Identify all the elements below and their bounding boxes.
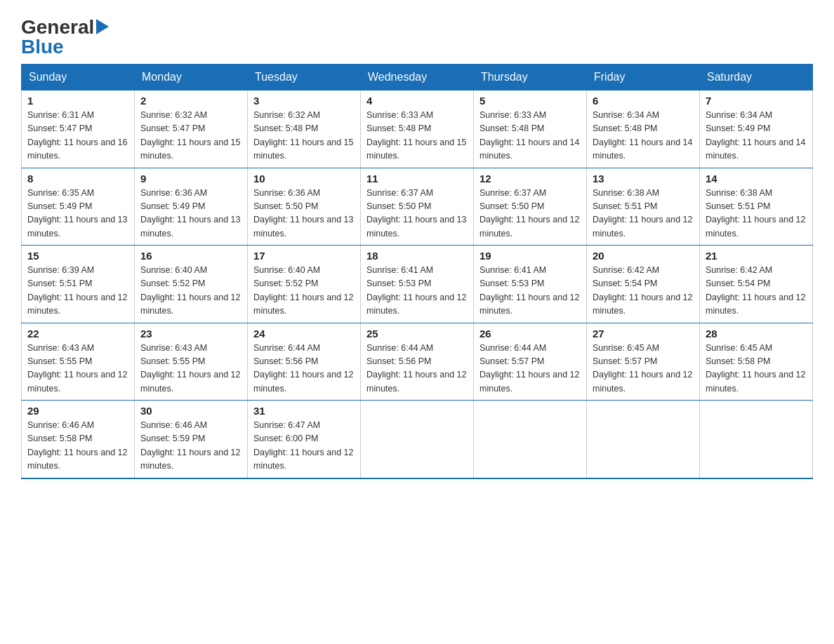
day-cell: 1 Sunrise: 6:31 AMSunset: 5:47 PMDayligh…: [22, 90, 135, 168]
day-info: Sunrise: 6:40 AMSunset: 5:52 PMDaylight:…: [253, 265, 353, 316]
day-number: 14: [706, 173, 807, 185]
day-info: Sunrise: 6:35 AMSunset: 5:49 PMDaylight:…: [27, 188, 127, 239]
day-info: Sunrise: 6:43 AMSunset: 5:55 PMDaylight:…: [27, 343, 127, 394]
day-cell: 14 Sunrise: 6:38 AMSunset: 5:51 PMDaylig…: [700, 168, 813, 246]
day-number: 25: [366, 328, 468, 340]
day-cell: 4 Sunrise: 6:33 AMSunset: 5:48 PMDayligh…: [361, 90, 474, 168]
header-wednesday: Wednesday: [361, 65, 474, 90]
day-number: 21: [706, 250, 807, 262]
day-number: 28: [706, 328, 807, 340]
day-cell: 23 Sunrise: 6:43 AMSunset: 5:55 PMDaylig…: [135, 323, 248, 401]
day-cell: 8 Sunrise: 6:35 AMSunset: 5:49 PMDayligh…: [22, 168, 135, 246]
week-row-4: 22 Sunrise: 6:43 AMSunset: 5:55 PMDaylig…: [22, 323, 813, 401]
day-cell: 20 Sunrise: 6:42 AMSunset: 5:54 PMDaylig…: [587, 246, 700, 323]
day-number: 15: [27, 250, 128, 262]
day-info: Sunrise: 6:40 AMSunset: 5:52 PMDaylight:…: [140, 265, 240, 316]
logo-general-text: General: [21, 18, 94, 37]
day-number: 17: [253, 250, 355, 262]
day-info: Sunrise: 6:41 AMSunset: 5:53 PMDaylight:…: [479, 265, 579, 316]
day-info: Sunrise: 6:41 AMSunset: 5:53 PMDaylight:…: [366, 265, 466, 316]
day-cell: 5 Sunrise: 6:33 AMSunset: 5:48 PMDayligh…: [474, 90, 587, 168]
day-number: 29: [27, 405, 128, 417]
header-saturday: Saturday: [700, 65, 813, 90]
day-cell: 29 Sunrise: 6:46 AMSunset: 5:58 PMDaylig…: [22, 401, 135, 478]
day-info: Sunrise: 6:31 AMSunset: 5:47 PMDaylight:…: [27, 110, 127, 161]
day-info: Sunrise: 6:45 AMSunset: 5:57 PMDaylight:…: [593, 343, 692, 394]
day-number: 12: [479, 173, 581, 185]
day-number: 6: [593, 95, 694, 107]
day-cell: 30 Sunrise: 6:46 AMSunset: 5:59 PMDaylig…: [135, 401, 248, 478]
day-cell: 31 Sunrise: 6:47 AMSunset: 6:00 PMDaylig…: [248, 401, 361, 478]
day-cell: 10 Sunrise: 6:36 AMSunset: 5:50 PMDaylig…: [248, 168, 361, 246]
day-number: 9: [140, 173, 241, 185]
day-info: Sunrise: 6:33 AMSunset: 5:48 PMDaylight:…: [479, 110, 579, 161]
day-number: 10: [253, 173, 355, 185]
day-number: 22: [27, 328, 128, 340]
day-info: Sunrise: 6:46 AMSunset: 5:59 PMDaylight:…: [140, 420, 240, 471]
day-number: 20: [593, 250, 694, 262]
day-number: 8: [27, 173, 128, 185]
day-number: 13: [593, 173, 694, 185]
day-number: 24: [253, 328, 355, 340]
day-cell: 9 Sunrise: 6:36 AMSunset: 5:49 PMDayligh…: [135, 168, 248, 246]
day-cell: 28 Sunrise: 6:45 AMSunset: 5:58 PMDaylig…: [700, 323, 813, 401]
day-info: Sunrise: 6:44 AMSunset: 5:57 PMDaylight:…: [479, 343, 579, 394]
logo: General Blue: [21, 18, 109, 57]
day-cell: 11 Sunrise: 6:37 AMSunset: 5:50 PMDaylig…: [361, 168, 474, 246]
day-number: 26: [479, 328, 581, 340]
day-info: Sunrise: 6:43 AMSunset: 5:55 PMDaylight:…: [140, 343, 240, 394]
day-info: Sunrise: 6:45 AMSunset: 5:58 PMDaylight:…: [706, 343, 805, 394]
calendar-table: SundayMondayTuesdayWednesdayThursdayFrid…: [21, 64, 813, 479]
day-cell: 26 Sunrise: 6:44 AMSunset: 5:57 PMDaylig…: [474, 323, 587, 401]
day-number: 18: [366, 250, 468, 262]
day-number: 16: [140, 250, 241, 262]
day-cell: [587, 401, 700, 478]
day-cell: [361, 401, 474, 478]
day-number: 3: [253, 95, 355, 107]
day-number: 7: [706, 95, 807, 107]
day-cell: 18 Sunrise: 6:41 AMSunset: 5:53 PMDaylig…: [361, 246, 474, 323]
day-number: 30: [140, 405, 241, 417]
day-cell: 22 Sunrise: 6:43 AMSunset: 5:55 PMDaylig…: [22, 323, 135, 401]
header-tuesday: Tuesday: [248, 65, 361, 90]
day-info: Sunrise: 6:38 AMSunset: 5:51 PMDaylight:…: [593, 188, 692, 239]
day-info: Sunrise: 6:44 AMSunset: 5:56 PMDaylight:…: [253, 343, 353, 394]
day-cell: 17 Sunrise: 6:40 AMSunset: 5:52 PMDaylig…: [248, 246, 361, 323]
day-cell: 27 Sunrise: 6:45 AMSunset: 5:57 PMDaylig…: [587, 323, 700, 401]
day-cell: 24 Sunrise: 6:44 AMSunset: 5:56 PMDaylig…: [248, 323, 361, 401]
day-info: Sunrise: 6:34 AMSunset: 5:48 PMDaylight:…: [593, 110, 692, 161]
logo-arrow-icon: [96, 19, 109, 34]
day-info: Sunrise: 6:32 AMSunset: 5:47 PMDaylight:…: [140, 110, 240, 161]
day-cell: 19 Sunrise: 6:41 AMSunset: 5:53 PMDaylig…: [474, 246, 587, 323]
day-info: Sunrise: 6:34 AMSunset: 5:49 PMDaylight:…: [706, 110, 805, 161]
day-info: Sunrise: 6:39 AMSunset: 5:51 PMDaylight:…: [27, 265, 127, 316]
day-info: Sunrise: 6:44 AMSunset: 5:56 PMDaylight:…: [366, 343, 466, 394]
day-cell: 15 Sunrise: 6:39 AMSunset: 5:51 PMDaylig…: [22, 246, 135, 323]
day-info: Sunrise: 6:47 AMSunset: 6:00 PMDaylight:…: [253, 420, 353, 471]
week-row-1: 1 Sunrise: 6:31 AMSunset: 5:47 PMDayligh…: [22, 90, 813, 168]
day-info: Sunrise: 6:42 AMSunset: 5:54 PMDaylight:…: [706, 265, 805, 316]
day-number: 11: [366, 173, 468, 185]
day-number: 1: [27, 95, 128, 107]
day-info: Sunrise: 6:32 AMSunset: 5:48 PMDaylight:…: [253, 110, 353, 161]
day-cell: 2 Sunrise: 6:32 AMSunset: 5:47 PMDayligh…: [135, 90, 248, 168]
day-info: Sunrise: 6:42 AMSunset: 5:54 PMDaylight:…: [593, 265, 692, 316]
logo-blue-text: Blue: [21, 36, 64, 58]
day-number: 5: [479, 95, 581, 107]
day-cell: 16 Sunrise: 6:40 AMSunset: 5:52 PMDaylig…: [135, 246, 248, 323]
day-info: Sunrise: 6:38 AMSunset: 5:51 PMDaylight:…: [706, 188, 805, 239]
page-header: General Blue: [21, 14, 813, 57]
day-info: Sunrise: 6:33 AMSunset: 5:48 PMDaylight:…: [366, 110, 466, 161]
day-info: Sunrise: 6:37 AMSunset: 5:50 PMDaylight:…: [479, 188, 579, 239]
header-friday: Friday: [587, 65, 700, 90]
header-monday: Monday: [135, 65, 248, 90]
header-thursday: Thursday: [474, 65, 587, 90]
day-number: 27: [593, 328, 694, 340]
calendar-header-row: SundayMondayTuesdayWednesdayThursdayFrid…: [22, 65, 813, 90]
day-cell: 12 Sunrise: 6:37 AMSunset: 5:50 PMDaylig…: [474, 168, 587, 246]
day-cell: 7 Sunrise: 6:34 AMSunset: 5:49 PMDayligh…: [700, 90, 813, 168]
day-cell: 21 Sunrise: 6:42 AMSunset: 5:54 PMDaylig…: [700, 246, 813, 323]
day-info: Sunrise: 6:36 AMSunset: 5:49 PMDaylight:…: [140, 188, 240, 239]
day-cell: [700, 401, 813, 478]
week-row-5: 29 Sunrise: 6:46 AMSunset: 5:58 PMDaylig…: [22, 401, 813, 478]
